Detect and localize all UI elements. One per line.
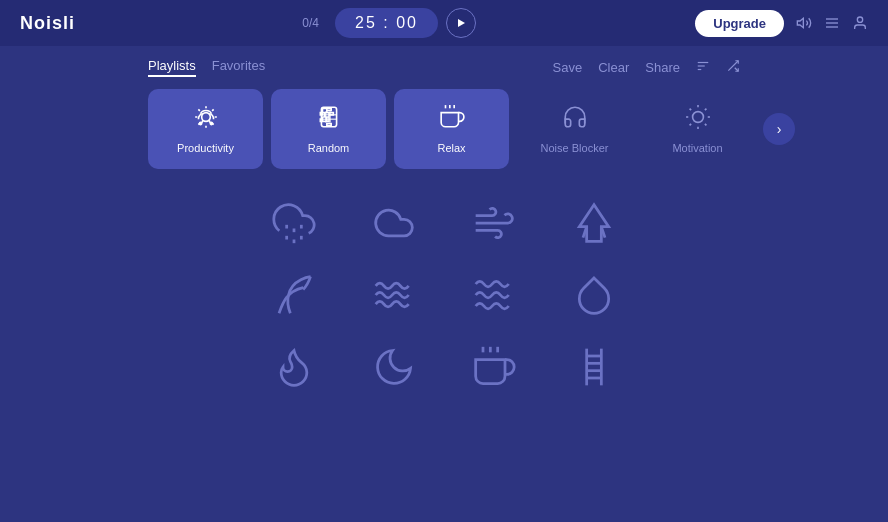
- svg-marker-0: [458, 19, 465, 27]
- playlists-container: Productivity Random Relax: [0, 89, 888, 169]
- noise-blocker-icon: [562, 104, 588, 136]
- clear-label[interactable]: Clear: [598, 60, 629, 75]
- tab-playlists[interactable]: Playlists: [148, 58, 196, 77]
- sort-icon[interactable]: [696, 59, 710, 76]
- productivity-icon: [193, 104, 219, 136]
- menu-icon[interactable]: [824, 15, 840, 31]
- play-button[interactable]: [446, 8, 476, 38]
- svg-line-29: [689, 124, 691, 126]
- svg-point-13: [210, 122, 212, 124]
- sound-fire[interactable]: [244, 345, 344, 389]
- random-icon: [316, 104, 342, 136]
- tabs-right: Save Clear Share: [553, 59, 740, 76]
- app-logo: Noisli: [20, 13, 75, 34]
- sound-water-drop[interactable]: [544, 273, 644, 317]
- sound-night[interactable]: [344, 345, 444, 389]
- volume-icon[interactable]: [796, 15, 812, 31]
- random-label: Random: [308, 142, 350, 154]
- sound-leaf[interactable]: [244, 273, 344, 317]
- tabs-left: Playlists Favorites: [148, 58, 265, 77]
- sound-forest[interactable]: [544, 201, 644, 245]
- tabs-bar: Playlists Favorites Save Clear Share: [0, 46, 888, 89]
- sound-coffee-shop[interactable]: [444, 345, 544, 389]
- relax-label: Relax: [437, 142, 465, 154]
- header-right: Upgrade: [695, 10, 868, 37]
- header: Noisli 0/4 25 : 00 Upgrade: [0, 0, 888, 46]
- sound-waves-light[interactable]: [344, 273, 444, 317]
- tab-favorites[interactable]: Favorites: [212, 58, 265, 77]
- svg-point-22: [692, 112, 703, 123]
- motivation-icon: [685, 104, 711, 136]
- playlist-card-productivity[interactable]: Productivity: [148, 89, 263, 169]
- user-icon[interactable]: [852, 15, 868, 31]
- playlist-card-relax[interactable]: Relax: [394, 89, 509, 169]
- sound-thunder[interactable]: [344, 201, 444, 245]
- svg-line-26: [704, 124, 706, 126]
- timer-display: 25 : 00: [335, 8, 438, 38]
- timer-counter: 0/4: [294, 12, 327, 34]
- svg-line-25: [689, 109, 691, 111]
- upgrade-button[interactable]: Upgrade: [695, 10, 784, 37]
- sound-train[interactable]: [544, 345, 644, 389]
- playlist-next-button[interactable]: ›: [763, 113, 795, 145]
- sound-waves[interactable]: [444, 273, 544, 317]
- header-center: 0/4 25 : 00: [294, 8, 476, 38]
- noise-blocker-label: Noise Blocker: [541, 142, 609, 154]
- svg-point-11: [201, 113, 210, 122]
- playlist-card-noise-blocker[interactable]: Noise Blocker: [517, 89, 632, 169]
- svg-point-5: [857, 17, 862, 22]
- sound-wind[interactable]: [444, 201, 544, 245]
- shuffle-icon[interactable]: [726, 59, 740, 76]
- svg-line-30: [704, 109, 706, 111]
- sound-rain[interactable]: [244, 201, 344, 245]
- save-label[interactable]: Save: [553, 60, 583, 75]
- svg-marker-1: [797, 18, 803, 27]
- sound-grid: [0, 181, 888, 409]
- playlist-card-motivation[interactable]: Motivation: [640, 89, 755, 169]
- motivation-label: Motivation: [672, 142, 722, 154]
- relax-icon: [439, 104, 465, 136]
- playlist-card-random[interactable]: Random: [271, 89, 386, 169]
- svg-point-12: [199, 122, 201, 124]
- productivity-label: Productivity: [177, 142, 234, 154]
- share-label[interactable]: Share: [645, 60, 680, 75]
